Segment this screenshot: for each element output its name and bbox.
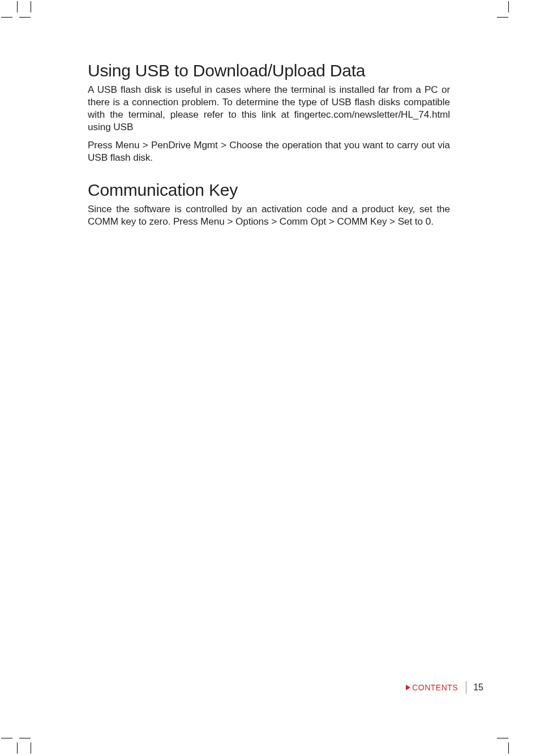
crop-mark	[508, 742, 509, 754]
body-text: Since the software is controlled by an a…	[88, 203, 450, 227]
crop-mark	[1, 17, 12, 18]
crop-mark	[31, 742, 31, 754]
triangle-right-icon	[406, 685, 410, 690]
crop-mark	[508, 1, 509, 12]
crop-mark	[19, 17, 31, 18]
section-heading-comm-key: Communication Key	[88, 181, 450, 199]
crop-mark	[19, 738, 31, 738]
section-heading-usb: Using USB to Download/Upload Data	[88, 61, 450, 80]
crop-mark	[1, 738, 12, 738]
crop-mark	[17, 742, 18, 754]
body-text: Press Menu > PenDrive Mgmt > Choose the …	[88, 139, 450, 164]
crop-mark	[497, 17, 508, 18]
crop-mark	[17, 1, 18, 12]
footer-divider	[466, 681, 466, 694]
contents-link[interactable]: CONTENTS	[412, 683, 458, 692]
page-footer: CONTENTS 15	[0, 681, 540, 698]
crop-mark	[497, 738, 508, 738]
crop-mark	[31, 1, 31, 12]
svg-marker-0	[406, 685, 410, 690]
page-content: Using USB to Download/Upload Data A USB …	[88, 61, 450, 233]
body-text: A USB flash disk is useful in cases wher…	[88, 83, 450, 133]
page-number: 15	[473, 682, 483, 693]
